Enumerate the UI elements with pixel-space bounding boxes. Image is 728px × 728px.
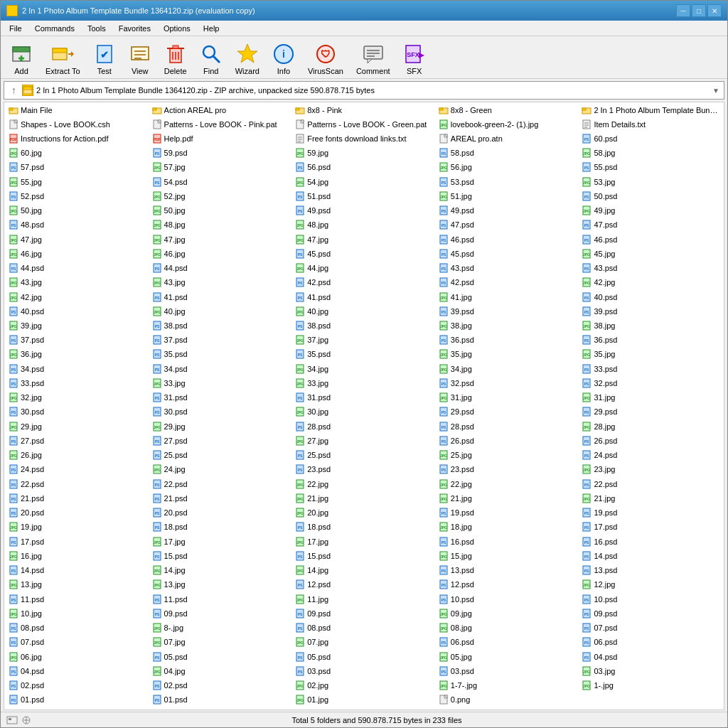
list-item[interactable]: JPG18.jpg (436, 521, 579, 533)
list-item[interactable]: JPG50.jpg (149, 205, 293, 217)
list-item[interactable]: JPG45.jpg (579, 247, 722, 259)
list-item[interactable]: PS03.psd (436, 665, 579, 677)
list-item[interactable]: JPG47.jpg (149, 233, 293, 245)
list-item[interactable]: JPG06.jpg (6, 651, 149, 663)
list-item[interactable]: JPG10.jpg (6, 607, 149, 619)
list-item[interactable]: JPG40.jpg (292, 305, 436, 317)
list-item[interactable]: PS22.psd (579, 478, 722, 490)
list-item[interactable]: PS09.psd (579, 607, 722, 619)
list-item[interactable]: JPG35.jpg (579, 348, 722, 360)
list-item[interactable]: PS59.psd (149, 147, 293, 159)
list-item[interactable]: PS24.psd (6, 464, 149, 476)
list-item[interactable]: PS27.psd (149, 434, 293, 446)
list-item[interactable]: PS02.psd (149, 680, 293, 692)
list-item[interactable]: 8x8 - Pink (292, 104, 436, 116)
list-item[interactable]: PS42.psd (436, 277, 579, 289)
list-item[interactable]: PS32.psd (436, 377, 579, 389)
list-item[interactable]: PS28.psd (292, 420, 436, 432)
list-item[interactable]: PS31.psd (292, 392, 436, 404)
list-item[interactable]: PS58.psd (436, 147, 579, 159)
list-item[interactable]: PS43.psd (579, 262, 722, 274)
list-item[interactable]: 2 In 1 Photo Album Template Bundle 13641… (579, 104, 722, 116)
list-item[interactable]: JPG33.jpg (292, 377, 436, 389)
list-item[interactable]: JPG19.jpg (6, 521, 149, 533)
delete-button[interactable]: Delete (159, 39, 192, 79)
list-item[interactable]: JPG47.jpg (292, 233, 436, 245)
list-item[interactable]: PS31.psd (149, 392, 293, 404)
list-item[interactable]: PS39.psd (579, 305, 722, 317)
list-item[interactable]: PS16.psd (579, 535, 722, 547)
list-item[interactable]: JPG31.jpg (579, 392, 722, 404)
list-item[interactable]: PS28.psd (436, 420, 579, 432)
list-item[interactable]: PS46.psd (579, 233, 722, 245)
list-item[interactable]: PS51.psd (292, 190, 436, 202)
list-item[interactable]: JPG24.jpg (149, 464, 293, 476)
list-item[interactable]: PS44.psd (6, 262, 149, 274)
list-item[interactable]: JPG26.jpg (6, 449, 149, 461)
list-item[interactable]: PS52.psd (6, 190, 149, 202)
list-item[interactable]: JPG04.jpg (149, 665, 293, 677)
list-item[interactable]: JPG43.jpg (149, 277, 293, 289)
menu-options[interactable]: Options (158, 23, 196, 34)
find-button[interactable]: Find (195, 39, 228, 79)
list-item[interactable]: PS09.psd (292, 607, 436, 619)
list-item[interactable]: PS34.psd (6, 363, 149, 375)
list-item[interactable]: JPG48.jpg (149, 219, 293, 231)
list-item[interactable]: JPG13.jpg (6, 579, 149, 591)
comment-button[interactable]: Comment (351, 39, 395, 79)
list-item[interactable]: PS08.psd (6, 622, 149, 634)
list-item[interactable]: JPG11.jpg (292, 593, 436, 605)
list-item[interactable]: PS38.psd (292, 320, 436, 332)
list-item[interactable]: PS12.psd (292, 579, 436, 591)
close-button[interactable]: ✕ (707, 4, 722, 17)
list-item[interactable]: PS33.psd (579, 363, 722, 375)
list-item[interactable]: PS25.psd (149, 449, 293, 461)
list-item[interactable]: PS01.psd (6, 694, 149, 706)
list-item[interactable]: JPG17.jpg (149, 535, 293, 547)
menu-commands[interactable]: Commands (29, 23, 80, 34)
list-item[interactable]: PS38.psd (149, 320, 293, 332)
list-item[interactable]: PS02.psd (6, 680, 149, 692)
list-item[interactable]: PS46.psd (436, 233, 579, 245)
list-item[interactable]: PS49.psd (292, 205, 436, 217)
address-dropdown[interactable]: ▼ (712, 87, 719, 95)
list-item[interactable]: JPG53.jpg (579, 176, 722, 188)
list-item[interactable]: PS07.psd (579, 622, 722, 634)
list-item[interactable]: PS37.psd (149, 334, 293, 346)
list-item[interactable]: JPG52.jpg (149, 190, 293, 202)
list-item[interactable]: PDFInstructions for Action.pdf (6, 132, 149, 144)
list-item[interactable]: PS41.psd (292, 291, 436, 303)
list-item[interactable]: PS08.psd (292, 622, 436, 634)
list-item[interactable]: PS16.psd (436, 535, 579, 547)
list-item[interactable]: PS47.psd (436, 219, 579, 231)
list-item[interactable]: JPG57.jpg (149, 161, 293, 173)
list-item[interactable]: Free fonts download links.txt (292, 132, 436, 144)
list-item[interactable]: PS20.psd (149, 507, 293, 519)
list-item[interactable]: JPG50.jpg (6, 205, 149, 217)
menu-help[interactable]: Help (198, 23, 225, 34)
list-item[interactable]: JPG02.jpg (292, 680, 436, 692)
virusscan-button[interactable]: 🛡 VirusScan (303, 39, 348, 79)
sfx-button[interactable]: SFX SFX (398, 39, 431, 79)
list-item[interactable]: JPG51.jpg (436, 190, 579, 202)
wizard-button[interactable]: Wizard (230, 39, 264, 79)
list-item[interactable]: JPG49.jpg (579, 205, 722, 217)
list-item[interactable]: PS14.psd (579, 550, 722, 562)
list-item[interactable]: PS09.psd (149, 607, 293, 619)
menu-file[interactable]: File (4, 23, 28, 34)
list-item[interactable]: PS21.psd (149, 492, 293, 504)
list-item[interactable]: PS53.psd (436, 176, 579, 188)
list-item[interactable]: JPG14.jpg (149, 564, 293, 577)
list-item[interactable]: PS37.psd (6, 334, 149, 346)
list-item[interactable]: PS15.psd (292, 550, 436, 562)
list-item[interactable]: JPG05.jpg (436, 651, 579, 663)
list-item[interactable]: PS11.psd (149, 593, 293, 605)
extract-to-button[interactable]: Extract To (41, 39, 85, 79)
list-item[interactable]: JPG21.jpg (436, 492, 579, 504)
list-item[interactable]: PS55.psd (579, 161, 722, 173)
list-item[interactable]: JPG58.jpg (579, 147, 722, 159)
list-item[interactable]: Shapes - Love BOOK.csh (6, 118, 149, 130)
list-item[interactable]: JPG21.jpg (579, 492, 722, 504)
list-item[interactable]: PS23.psd (292, 464, 436, 476)
list-item[interactable]: PS29.psd (436, 406, 579, 418)
